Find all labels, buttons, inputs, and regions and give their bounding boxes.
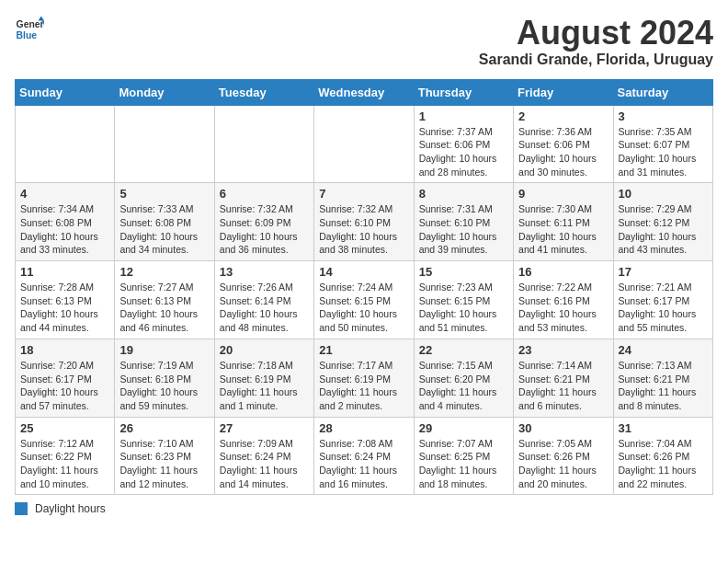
calendar-cell: 2Sunrise: 7:36 AM Sunset: 6:06 PM Daylig… (514, 105, 613, 183)
day-number: 24 (619, 343, 708, 357)
day-info: Sunrise: 7:04 AM Sunset: 6:26 PM Dayligh… (619, 437, 708, 491)
day-number: 29 (419, 421, 508, 435)
calendar-table: SundayMondayTuesdayWednesdayThursdayFrid… (15, 79, 713, 496)
day-info: Sunrise: 7:28 AM Sunset: 6:13 PM Dayligh… (20, 281, 109, 335)
day-info: Sunrise: 7:29 AM Sunset: 6:12 PM Dayligh… (619, 202, 708, 257)
calendar-cell: 20Sunrise: 7:18 AM Sunset: 6:19 PM Dayli… (214, 339, 313, 417)
calendar-cell (214, 105, 313, 183)
day-info: Sunrise: 7:27 AM Sunset: 6:13 PM Dayligh… (119, 281, 209, 335)
day-number: 15 (419, 265, 508, 279)
day-number: 28 (319, 421, 408, 435)
calendar-cell: 8Sunrise: 7:31 AM Sunset: 6:10 PM Daylig… (414, 183, 513, 261)
day-info: Sunrise: 7:37 AM Sunset: 6:06 PM Dayligh… (419, 125, 508, 179)
day-info: Sunrise: 7:23 AM Sunset: 6:15 PM Dayligh… (419, 281, 508, 335)
calendar-cell: 27Sunrise: 7:09 AM Sunset: 6:24 PM Dayli… (214, 417, 313, 495)
calendar-week-row: 25Sunrise: 7:12 AM Sunset: 6:22 PM Dayli… (16, 417, 713, 495)
calendar-header-row: SundayMondayTuesdayWednesdayThursdayFrid… (16, 79, 713, 105)
day-info: Sunrise: 7:35 AM Sunset: 6:07 PM Dayligh… (619, 125, 708, 179)
logo-icon: General Blue (15, 15, 44, 44)
calendar-cell: 17Sunrise: 7:21 AM Sunset: 6:17 PM Dayli… (613, 261, 712, 339)
calendar-cell: 7Sunrise: 7:32 AM Sunset: 6:10 PM Daylig… (314, 183, 414, 261)
day-info: Sunrise: 7:14 AM Sunset: 6:21 PM Dayligh… (518, 359, 608, 413)
title-area: August 2024 Sarandi Grande, Florida, Uru… (479, 15, 713, 68)
calendar-cell: 26Sunrise: 7:10 AM Sunset: 6:23 PM Dayli… (115, 417, 214, 495)
day-info: Sunrise: 7:24 AM Sunset: 6:15 PM Dayligh… (319, 281, 408, 335)
day-info: Sunrise: 7:34 AM Sunset: 6:08 PM Dayligh… (20, 202, 109, 257)
day-number: 1 (419, 109, 508, 123)
day-header-tuesday: Tuesday (214, 79, 313, 105)
day-number: 7 (319, 187, 408, 201)
calendar-cell: 12Sunrise: 7:27 AM Sunset: 6:13 PM Dayli… (115, 261, 214, 339)
svg-text:Blue: Blue (17, 30, 38, 40)
day-number: 5 (119, 187, 209, 201)
day-number: 2 (518, 109, 608, 123)
day-number: 22 (419, 343, 508, 357)
day-info: Sunrise: 7:19 AM Sunset: 6:18 PM Dayligh… (119, 359, 209, 413)
calendar-cell (115, 105, 214, 183)
day-header-thursday: Thursday (414, 79, 513, 105)
calendar-cell: 16Sunrise: 7:22 AM Sunset: 6:16 PM Dayli… (514, 261, 613, 339)
calendar-cell: 14Sunrise: 7:24 AM Sunset: 6:15 PM Dayli… (314, 261, 414, 339)
svg-text:General: General (17, 19, 44, 29)
day-info: Sunrise: 7:18 AM Sunset: 6:19 PM Dayligh… (220, 359, 309, 413)
day-number: 6 (220, 187, 309, 201)
day-info: Sunrise: 7:13 AM Sunset: 6:21 PM Dayligh… (619, 359, 708, 413)
day-number: 30 (518, 421, 608, 435)
calendar-cell: 21Sunrise: 7:17 AM Sunset: 6:19 PM Dayli… (314, 339, 414, 417)
day-info: Sunrise: 7:17 AM Sunset: 6:19 PM Dayligh… (319, 359, 408, 413)
day-info: Sunrise: 7:26 AM Sunset: 6:14 PM Dayligh… (220, 281, 309, 335)
day-number: 16 (518, 265, 608, 279)
day-header-monday: Monday (115, 79, 214, 105)
day-number: 10 (619, 187, 708, 201)
legend-label: Daylight hours (35, 502, 106, 515)
location: Sarandi Grande, Florida, Uruguay (479, 52, 713, 68)
calendar-week-row: 4Sunrise: 7:34 AM Sunset: 6:08 PM Daylig… (16, 183, 713, 261)
day-info: Sunrise: 7:15 AM Sunset: 6:20 PM Dayligh… (419, 359, 508, 413)
calendar-cell: 29Sunrise: 7:07 AM Sunset: 6:25 PM Dayli… (414, 417, 513, 495)
day-info: Sunrise: 7:31 AM Sunset: 6:10 PM Dayligh… (419, 202, 508, 257)
day-number: 21 (319, 343, 408, 357)
month-year: August 2024 (479, 15, 713, 52)
calendar-cell: 25Sunrise: 7:12 AM Sunset: 6:22 PM Dayli… (16, 417, 115, 495)
day-info: Sunrise: 7:07 AM Sunset: 6:25 PM Dayligh… (419, 437, 508, 491)
day-info: Sunrise: 7:32 AM Sunset: 6:09 PM Dayligh… (220, 202, 309, 257)
day-number: 4 (20, 187, 109, 201)
day-number: 3 (619, 109, 708, 123)
calendar-week-row: 1Sunrise: 7:37 AM Sunset: 6:06 PM Daylig… (16, 105, 713, 183)
calendar-week-row: 11Sunrise: 7:28 AM Sunset: 6:13 PM Dayli… (16, 261, 713, 339)
calendar-cell: 15Sunrise: 7:23 AM Sunset: 6:15 PM Dayli… (414, 261, 513, 339)
day-number: 19 (119, 343, 209, 357)
day-info: Sunrise: 7:10 AM Sunset: 6:23 PM Dayligh… (119, 437, 209, 491)
day-header-wednesday: Wednesday (314, 79, 414, 105)
day-info: Sunrise: 7:08 AM Sunset: 6:24 PM Dayligh… (319, 437, 408, 491)
calendar-cell: 1Sunrise: 7:37 AM Sunset: 6:06 PM Daylig… (414, 105, 513, 183)
legend-box (15, 502, 28, 515)
calendar-cell: 18Sunrise: 7:20 AM Sunset: 6:17 PM Dayli… (16, 339, 115, 417)
day-number: 9 (518, 187, 608, 201)
logo: General Blue (15, 15, 44, 44)
day-info: Sunrise: 7:30 AM Sunset: 6:11 PM Dayligh… (518, 202, 608, 257)
day-info: Sunrise: 7:22 AM Sunset: 6:16 PM Dayligh… (518, 281, 608, 335)
calendar-cell: 3Sunrise: 7:35 AM Sunset: 6:07 PM Daylig… (613, 105, 712, 183)
day-info: Sunrise: 7:05 AM Sunset: 6:26 PM Dayligh… (518, 437, 608, 491)
calendar-cell: 31Sunrise: 7:04 AM Sunset: 6:26 PM Dayli… (613, 417, 712, 495)
day-number: 12 (119, 265, 209, 279)
calendar-cell (314, 105, 414, 183)
calendar-cell: 23Sunrise: 7:14 AM Sunset: 6:21 PM Dayli… (514, 339, 613, 417)
calendar-cell: 4Sunrise: 7:34 AM Sunset: 6:08 PM Daylig… (16, 183, 115, 261)
day-number: 8 (419, 187, 508, 201)
day-header-sunday: Sunday (16, 79, 115, 105)
day-number: 14 (319, 265, 408, 279)
calendar-cell: 5Sunrise: 7:33 AM Sunset: 6:08 PM Daylig… (115, 183, 214, 261)
day-number: 18 (20, 343, 109, 357)
day-number: 23 (518, 343, 608, 357)
day-number: 25 (20, 421, 109, 435)
calendar-cell: 28Sunrise: 7:08 AM Sunset: 6:24 PM Dayli… (314, 417, 414, 495)
calendar-cell: 24Sunrise: 7:13 AM Sunset: 6:21 PM Dayli… (613, 339, 712, 417)
day-header-friday: Friday (514, 79, 613, 105)
day-number: 27 (220, 421, 309, 435)
day-number: 31 (619, 421, 708, 435)
day-number: 17 (619, 265, 708, 279)
calendar-cell: 6Sunrise: 7:32 AM Sunset: 6:09 PM Daylig… (214, 183, 313, 261)
day-info: Sunrise: 7:21 AM Sunset: 6:17 PM Dayligh… (619, 281, 708, 335)
